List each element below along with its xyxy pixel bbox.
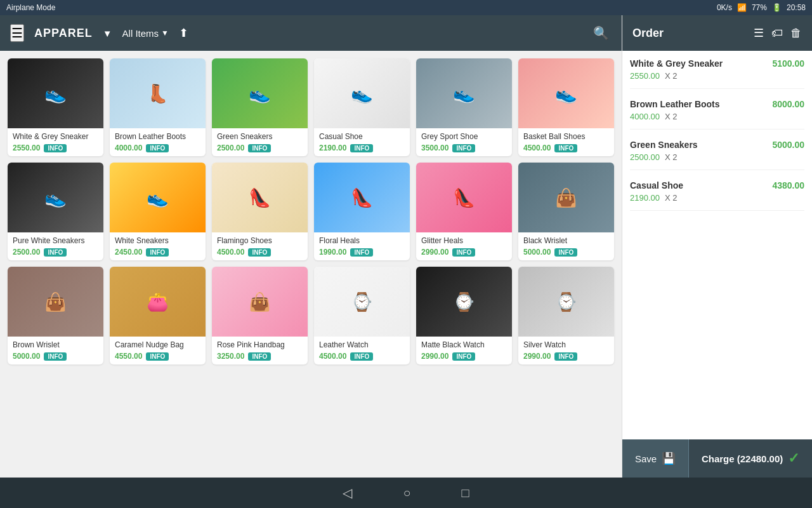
info-badge[interactable]: INFO [146, 248, 169, 257]
product-info: White & Grey Sneaker 2550.00 INFO [8, 128, 103, 156]
info-badge[interactable]: INFO [350, 248, 373, 257]
product-price: 2550.00 [13, 144, 40, 152]
info-badge[interactable]: INFO [146, 144, 169, 152]
upload-button[interactable]: ⬆ [179, 26, 188, 40]
order-item: White & Grey Sneaker 5100.00 2550.00 X 2 [630, 58, 804, 89]
order-item-price: 2500.00 [630, 152, 660, 162]
product-card[interactable]: 👟 Basket Ball Shoes 4500.00 INFO [518, 58, 614, 156]
product-name: Silver Watch [523, 340, 609, 349]
all-items-dropdown[interactable]: All Items ▼ [122, 28, 169, 39]
order-item-price: 2190.00 [630, 193, 660, 203]
brand-dropdown[interactable]: ▼ [103, 28, 112, 39]
product-card[interactable]: 👜 Black Wrislet 5000.00 INFO [518, 163, 614, 260]
product-image: 👟 [212, 58, 308, 128]
order-delete-button[interactable]: 🗑 [790, 27, 802, 40]
info-badge[interactable]: INFO [248, 248, 271, 257]
product-card[interactable]: 👢 Brown Leather Boots 4000.00 INFO [110, 58, 206, 156]
product-name: Leather Watch [319, 340, 405, 349]
info-badge[interactable]: INFO [452, 248, 475, 257]
info-badge[interactable]: INFO [248, 352, 271, 361]
product-card[interactable]: ⌚ Leather Watch 4500.00 INFO [314, 267, 410, 364]
order-item-qty: X 2 [665, 112, 678, 121]
product-card[interactable]: 👜 Brown Wrislet 5000.00 INFO [8, 267, 103, 364]
product-footer: 4550.00 INFO [115, 352, 200, 361]
info-badge[interactable]: INFO [554, 248, 577, 257]
product-name: Casual Shoe [319, 132, 405, 141]
product-image: 👟 [8, 163, 103, 232]
order-item-header: Green Sneakers 5000.00 [630, 140, 804, 150]
order-item-header: Brown Leather Boots 8000.00 [630, 99, 804, 109]
product-card[interactable]: 👟 Green Sneakers 2500.00 INFO [212, 58, 308, 156]
info-badge[interactable]: INFO [44, 144, 67, 152]
product-info: Black Wrislet 5000.00 INFO [518, 232, 614, 260]
product-card[interactable]: 👟 Pure White Sneakers 2500.00 INFO [8, 163, 103, 260]
hamburger-button[interactable]: ☰ [10, 24, 24, 42]
order-item-total: 5100.00 [772, 58, 804, 69]
info-badge[interactable]: INFO [554, 144, 577, 152]
product-footer: 3500.00 INFO [421, 144, 507, 152]
search-button[interactable]: 🔍 [591, 23, 612, 43]
charge-bar: Save 💾 Charge (22480.00) ✓ [622, 439, 812, 478]
top-bar: ☰ APPAREL ▼ All Items ▼ ⬆ 🔍 [0, 15, 622, 51]
product-image: 👠 [212, 163, 308, 232]
info-badge[interactable]: INFO [44, 352, 67, 361]
info-badge[interactable]: INFO [452, 144, 475, 152]
product-price: 3250.00 [217, 352, 244, 361]
product-price: 4550.00 [115, 352, 142, 361]
product-footer: 4500.00 INFO [319, 352, 405, 361]
back-button[interactable]: ◁ [343, 485, 352, 500]
product-info: Silver Watch 2990.00 INFO [518, 337, 614, 364]
product-image: 👟 [518, 58, 614, 128]
info-badge[interactable]: INFO [554, 352, 577, 361]
status-bar-right: 0K/s 📶 77% 🔋 20:58 [717, 3, 806, 12]
order-item-details: 2500.00 X 2 [630, 152, 804, 162]
battery-icon: 🔋 [772, 3, 782, 12]
info-badge[interactable]: INFO [350, 144, 373, 152]
product-name: Matte Black Watch [421, 340, 507, 349]
info-badge[interactable]: INFO [248, 144, 271, 152]
product-info: Brown Wrislet 5000.00 INFO [8, 337, 103, 364]
product-price: 2990.00 [421, 352, 449, 361]
product-card[interactable]: 👟 White Sneakers 2450.00 INFO [110, 163, 206, 260]
order-tag-button[interactable]: 🏷 [771, 27, 783, 40]
charge-label: Charge (22480.00) [702, 453, 783, 464]
product-card[interactable]: 👟 Grey Sport Shoe 3500.00 INFO [416, 58, 512, 156]
order-header: Order ☰ 🏷 🗑 [622, 15, 812, 51]
product-card[interactable]: 👠 Floral Heals 1990.00 INFO [314, 163, 410, 260]
main-layout: ☰ APPAREL ▼ All Items ▼ ⬆ 🔍 👟 White & Gr… [0, 15, 812, 478]
product-card[interactable]: 👟 White & Grey Sneaker 2550.00 INFO [8, 58, 103, 156]
product-price: 2190.00 [319, 144, 346, 152]
product-card[interactable]: ⌚ Matte Black Watch 2990.00 INFO [416, 267, 512, 364]
product-card[interactable]: 👠 Glitter Heals 2990.00 INFO [416, 163, 512, 260]
product-card[interactable]: 👠 Flamingo Shoes 4500.00 INFO [212, 163, 308, 260]
info-badge[interactable]: INFO [44, 248, 67, 257]
product-info: Rose Pink Handbag 3250.00 INFO [212, 337, 308, 364]
product-footer: 3250.00 INFO [217, 352, 303, 361]
charge-button[interactable]: Charge (22480.00) ✓ [689, 439, 812, 478]
product-price: 2990.00 [421, 248, 449, 257]
order-item-total: 8000.00 [772, 99, 804, 109]
check-icon: ✓ [788, 450, 799, 467]
battery-level: 77% [752, 3, 767, 12]
info-badge[interactable]: INFO [452, 352, 475, 361]
product-grid: 👟 White & Grey Sneaker 2550.00 INFO 👢 Br… [8, 58, 614, 364]
product-card[interactable]: 👜 Rose Pink Handbag 3250.00 INFO [212, 267, 308, 364]
product-footer: 2990.00 INFO [421, 248, 507, 257]
info-badge[interactable]: INFO [350, 352, 373, 361]
product-name: White & Grey Sneaker [13, 132, 98, 141]
product-card[interactable]: ⌚ Silver Watch 2990.00 INFO [518, 267, 614, 364]
product-footer: 4000.00 INFO [115, 144, 200, 152]
product-footer: 4500.00 INFO [217, 248, 303, 257]
product-price: 2500.00 [13, 248, 40, 257]
info-badge[interactable]: INFO [146, 352, 169, 361]
save-button[interactable]: Save 💾 [622, 439, 689, 478]
order-filter-button[interactable]: ☰ [754, 26, 764, 40]
home-button[interactable]: ○ [403, 486, 410, 500]
product-image: 👟 [110, 163, 206, 232]
product-card[interactable]: 👟 Casual Shoe 2190.00 INFO [314, 58, 410, 156]
status-bar: Airplane Mode 0K/s 📶 77% 🔋 20:58 [0, 0, 812, 15]
product-name: Glitter Heals [421, 236, 507, 245]
save-icon: 💾 [662, 451, 676, 465]
recent-button[interactable]: □ [462, 486, 469, 500]
product-card[interactable]: 👛 Caramel Nudge Bag 4550.00 INFO [110, 267, 206, 364]
